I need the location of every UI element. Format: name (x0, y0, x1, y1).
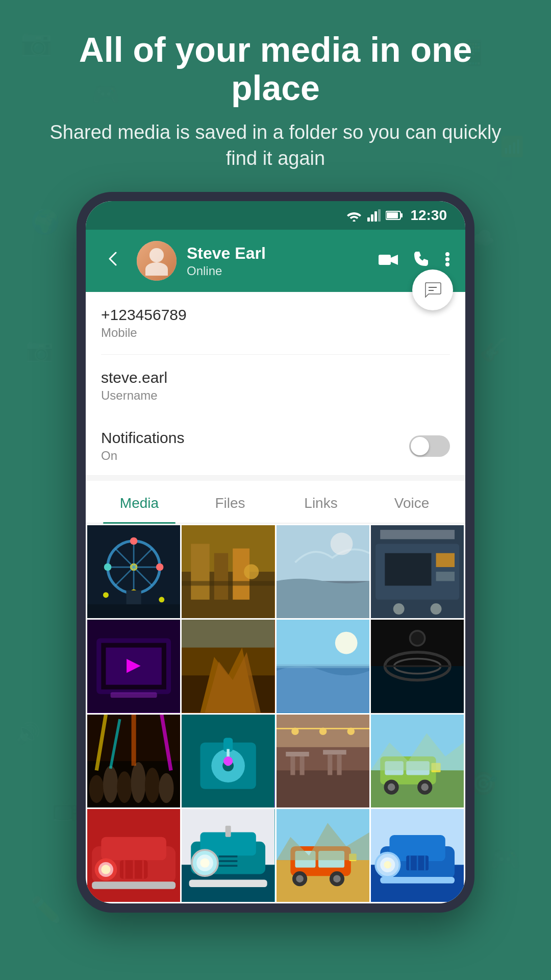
svg-rect-139 (226, 826, 231, 837)
signal-icon (367, 209, 381, 222)
svg-text:📷: 📷 (26, 336, 54, 363)
phone-screen: 12:30 Steve Earl Online (86, 201, 465, 903)
svg-text:🔊: 🔊 (15, 721, 41, 745)
notifications-title: Notifications (101, 429, 184, 447)
tab-voice[interactable]: Voice (366, 481, 457, 523)
notifications-row: Notifications On (86, 417, 465, 476)
svg-text:📺: 📺 (51, 796, 79, 822)
svg-point-138 (201, 859, 210, 868)
status-icons (346, 209, 403, 222)
svg-rect-21 (379, 255, 391, 265)
back-button[interactable] (101, 248, 127, 274)
more-options-button[interactable] (445, 251, 450, 271)
svg-rect-110 (277, 715, 369, 747)
media-thumb-2[interactable] (182, 525, 274, 618)
main-headline: All of your media in one place (41, 31, 510, 107)
main-subheadline: Shared media is saved in a folder so you… (41, 119, 510, 172)
status-time: 12:30 (410, 207, 447, 224)
username-info-item: steve.earl Username (101, 355, 450, 417)
svg-point-51 (330, 533, 353, 555)
svg-point-59 (430, 603, 441, 615)
username-value: steve.earl (101, 369, 450, 386)
svg-point-23 (445, 257, 449, 261)
svg-text:🌍: 🌍 (31, 208, 60, 236)
phone-label: Mobile (101, 326, 450, 340)
media-thumb-1[interactable] (87, 525, 180, 618)
status-bar: 12:30 (86, 201, 465, 230)
svg-point-84 (131, 762, 146, 803)
svg-rect-99 (277, 770, 369, 807)
svg-rect-143 (219, 865, 237, 867)
media-thumb-16[interactable] (371, 809, 464, 902)
video-call-button[interactable] (379, 251, 398, 271)
phone-call-button[interactable] (413, 251, 430, 271)
svg-point-71 (335, 632, 357, 654)
media-thumb-15[interactable] (277, 809, 369, 902)
wifi-icon (346, 209, 362, 222)
svg-rect-131 (92, 881, 176, 889)
media-thumb-9[interactable] (87, 715, 180, 807)
svg-rect-100 (286, 752, 309, 756)
notifications-toggle[interactable] (409, 435, 450, 457)
svg-rect-57 (436, 572, 454, 581)
svg-point-150 (296, 875, 304, 883)
profile-info-section: +123456789 Mobile steve.earl Username (86, 292, 465, 417)
phone-number: +123456789 (101, 306, 450, 324)
message-fab-button[interactable] (412, 270, 453, 310)
message-icon (423, 281, 442, 299)
svg-point-83 (117, 771, 132, 803)
svg-rect-103 (323, 750, 346, 754)
contact-toolbar: Steve Earl Online (86, 230, 465, 292)
svg-rect-45 (214, 553, 228, 600)
svg-point-40 (103, 592, 109, 598)
svg-rect-123 (101, 837, 166, 861)
svg-text:🎸: 🎸 (480, 336, 508, 363)
svg-point-36 (104, 564, 112, 571)
svg-text:▶: ▶ (127, 654, 141, 675)
media-thumb-7[interactable] (277, 620, 369, 713)
contact-status: Online (187, 264, 368, 278)
media-thumb-3[interactable] (277, 525, 369, 618)
svg-rect-161 (380, 877, 455, 884)
toggle-knob (411, 437, 429, 455)
svg-point-48 (244, 565, 259, 579)
svg-point-22 (445, 252, 449, 256)
svg-rect-105 (337, 754, 341, 775)
svg-point-34 (130, 537, 138, 545)
contact-avatar (137, 241, 177, 281)
tab-files[interactable]: Files (185, 481, 276, 523)
svg-point-78 (410, 631, 424, 646)
phone-info-item: +123456789 Mobile (101, 292, 450, 355)
section-divider (86, 476, 465, 481)
media-thumb-13[interactable] (87, 809, 180, 902)
svg-text:🎮: 🎮 (490, 845, 520, 874)
media-tabs: Media Files Links Voice (86, 481, 465, 524)
media-thumb-8[interactable] (371, 620, 464, 713)
header-section: All of your media in one place Shared me… (0, 0, 551, 192)
notifications-value: On (101, 449, 184, 463)
svg-point-119 (421, 783, 429, 791)
svg-rect-16 (374, 211, 377, 222)
svg-rect-17 (378, 209, 381, 222)
svg-rect-101 (290, 756, 295, 775)
media-thumb-6[interactable] (182, 620, 274, 713)
svg-rect-44 (191, 544, 209, 600)
media-thumb-11[interactable] (277, 715, 369, 807)
notifications-text: Notifications On (101, 429, 184, 463)
svg-point-58 (393, 603, 404, 615)
svg-point-97 (223, 756, 233, 766)
media-thumb-12[interactable] (371, 715, 464, 807)
svg-point-160 (384, 861, 391, 869)
tab-links[interactable]: Links (276, 481, 366, 523)
avatar-image (137, 241, 177, 281)
svg-rect-68 (182, 620, 274, 648)
media-thumb-5[interactable]: ▶ (87, 620, 180, 713)
tab-media[interactable]: Media (94, 481, 185, 523)
toolbar-actions (379, 251, 450, 271)
battery-icon (386, 210, 403, 221)
contact-name: Steve Earl (187, 244, 368, 263)
media-thumb-10[interactable] (182, 715, 274, 807)
svg-rect-47 (182, 581, 274, 586)
media-thumb-14[interactable] (182, 809, 274, 902)
media-thumb-4[interactable] (371, 525, 464, 618)
